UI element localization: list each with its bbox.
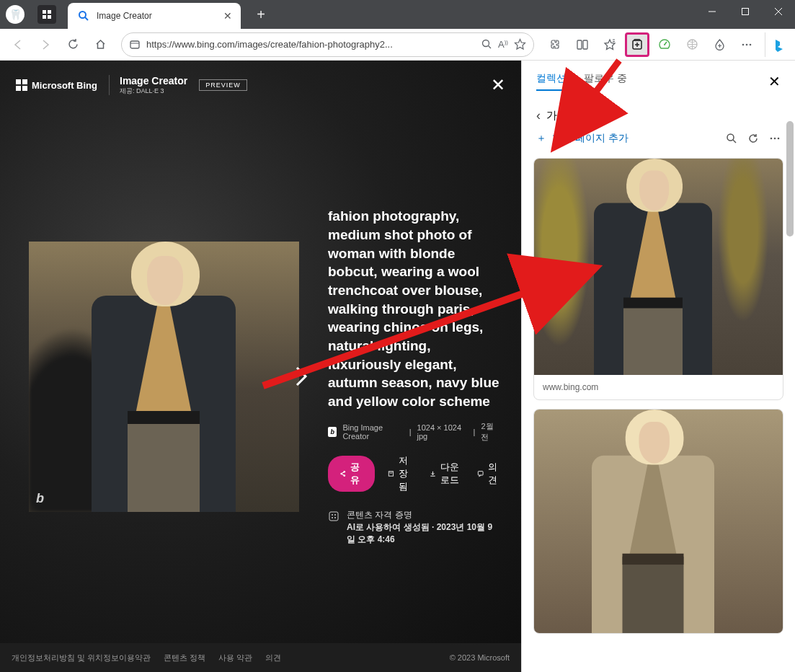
- footer: 개인정보처리방침 및 위치정보이용약관 콘텐츠 정책 사용 약관 의견 © 20…: [0, 643, 521, 672]
- search-icon[interactable]: [481, 39, 492, 50]
- brand-text: Microsoft Bing: [32, 80, 97, 91]
- svg-point-22: [664, 44, 665, 45]
- collections-list[interactable]: www.bing.com: [522, 152, 795, 672]
- collection-card[interactable]: www.bing.com: [533, 158, 783, 400]
- drop-button[interactable]: [707, 32, 732, 57]
- save-button[interactable]: 저장됨: [388, 454, 417, 493]
- more-icon[interactable]: [769, 133, 781, 144]
- svg-line-5: [85, 17, 88, 20]
- split-screen-button[interactable]: [570, 32, 595, 57]
- feedback-label: 의견: [488, 461, 501, 487]
- svg-point-28: [750, 43, 752, 45]
- svg-point-38: [334, 517, 336, 518]
- add-page-label: 현재 페이지 추가: [552, 132, 629, 145]
- download-button[interactable]: 다운로드: [430, 461, 464, 487]
- tab-following[interactable]: 팔로우 중: [584, 72, 627, 91]
- svg-point-31: [343, 474, 345, 477]
- card-source: www.bing.com: [534, 375, 783, 399]
- copilot-button[interactable]: [765, 32, 789, 57]
- favorite-star-icon[interactable]: [514, 38, 526, 50]
- home-button[interactable]: [88, 32, 112, 57]
- tab-title: Image Creator: [97, 11, 216, 21]
- collections-panel: 컬렉션 팔로우 중 ✕ ‹ 가을 패션 ＋ 현재 페이지 추가: [521, 61, 795, 672]
- scrollbar[interactable]: [786, 121, 794, 236]
- maximize-button[interactable]: [729, 0, 762, 23]
- add-current-page-button[interactable]: ＋ 현재 페이지 추가: [536, 132, 629, 145]
- search-icon: [78, 10, 89, 22]
- favorites-button[interactable]: [598, 32, 622, 57]
- bing-icon: b: [328, 427, 337, 437]
- credential-detail: AI로 사용하여 생성됨 · 2023년 10월 9일 오후 4:46: [347, 521, 501, 546]
- site-info-icon[interactable]: [129, 39, 141, 50]
- svg-point-29: [343, 470, 345, 472]
- search-icon[interactable]: [726, 133, 737, 144]
- browser-toolbar: https://www.bing.com/images/create/fahio…: [0, 29, 795, 61]
- web-capture-button[interactable]: [680, 32, 704, 57]
- profile-icon[interactable]: 🦷: [6, 5, 25, 24]
- svg-rect-3: [48, 15, 51, 19]
- svg-rect-14: [577, 40, 582, 49]
- svg-line-13: [489, 46, 492, 49]
- card-thumbnail: [534, 410, 783, 633]
- close-icon[interactable]: ✕: [223, 10, 232, 22]
- next-image-button[interactable]: [288, 363, 314, 389]
- footer-terms-link[interactable]: 사용 약관: [218, 653, 252, 663]
- close-icon[interactable]: ✕: [491, 75, 505, 95]
- collection-card[interactable]: [533, 409, 783, 634]
- newtab-button[interactable]: +: [249, 3, 272, 26]
- svg-rect-15: [583, 40, 587, 49]
- svg-rect-32: [388, 471, 393, 475]
- ic-subtitle: 제공: DALL·E 3: [120, 87, 187, 95]
- svg-point-43: [778, 138, 780, 140]
- image-creator-logo: Image Creator 제공: DALL·E 3: [109, 75, 187, 95]
- forward-button[interactable]: [33, 32, 58, 57]
- workspaces-icon[interactable]: [37, 5, 56, 24]
- browser-tab[interactable]: Image Creator ✕: [68, 3, 241, 29]
- address-bar[interactable]: https://www.bing.com/images/create/fahio…: [121, 32, 534, 57]
- svg-point-26: [742, 43, 745, 45]
- download-label: 다운로드: [440, 461, 464, 487]
- collections-button[interactable]: [625, 32, 649, 57]
- back-chevron-icon[interactable]: ‹: [536, 108, 541, 123]
- footer-content-link[interactable]: 콘텐츠 정책: [164, 653, 205, 663]
- footer-feedback-link[interactable]: 의견: [265, 653, 281, 663]
- image-creator-pane: Microsoft Bing Image Creator 제공: DALL·E …: [0, 61, 521, 672]
- performance-button[interactable]: [652, 32, 677, 57]
- window-titlebar: 🦷 Image Creator ✕ +: [0, 0, 795, 29]
- generated-image[interactable]: b: [29, 242, 299, 512]
- svg-line-40: [733, 140, 736, 143]
- feedback-button[interactable]: 의견: [477, 461, 501, 487]
- svg-point-30: [340, 472, 342, 474]
- reader-mode-icon[interactable]: A)): [498, 39, 508, 50]
- back-button[interactable]: [6, 32, 30, 57]
- dimensions-label: 1024 × 1024 jpg: [417, 423, 468, 441]
- minimize-button[interactable]: [696, 0, 729, 23]
- credential-icon: [328, 510, 339, 522]
- refresh-button[interactable]: [61, 32, 85, 57]
- extensions-button[interactable]: [543, 32, 567, 57]
- image-metadata: b Bing Image Creator | 1024 × 1024 jpg |…: [328, 421, 501, 443]
- svg-point-36: [334, 514, 336, 516]
- share-button[interactable]: 공유: [328, 456, 375, 492]
- footer-privacy-link[interactable]: 개인정보처리방침 및 위치정보이용약관: [12, 653, 151, 663]
- svg-rect-34: [329, 512, 338, 521]
- refresh-icon[interactable]: [747, 133, 759, 144]
- microsoft-bing-logo[interactable]: Microsoft Bing: [16, 79, 97, 91]
- tab-collections[interactable]: 컬렉션: [536, 72, 567, 91]
- svg-rect-10: [130, 41, 139, 48]
- settings-menu-button[interactable]: [734, 32, 759, 57]
- svg-point-12: [483, 40, 489, 47]
- prompt-text: fahion photography, medium shot photo of…: [328, 207, 501, 410]
- close-window-button[interactable]: [762, 0, 795, 23]
- source-label: Bing Image Creator: [342, 423, 403, 441]
- footer-copyright: © 2023 Microsoft: [450, 653, 510, 662]
- svg-rect-7: [742, 9, 749, 15]
- svg-rect-1: [48, 10, 51, 14]
- svg-point-35: [332, 514, 333, 516]
- content-credential: 콘텐츠 자격 증명 AI로 사용하여 생성됨 · 2023년 10월 9일 오후…: [328, 509, 501, 546]
- close-icon[interactable]: ✕: [768, 73, 781, 90]
- svg-rect-33: [478, 471, 483, 474]
- svg-point-42: [774, 138, 776, 140]
- age-label: 2월 전: [481, 421, 501, 443]
- save-label: 저장됨: [399, 454, 417, 493]
